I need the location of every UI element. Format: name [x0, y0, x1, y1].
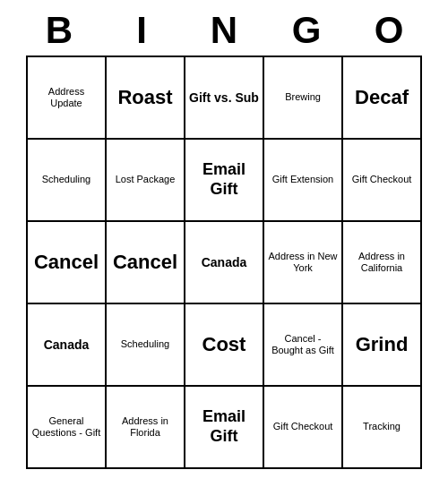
bingo-cell-6: Lost Package — [107, 140, 185, 222]
cell-text-9: Gift Checkout — [352, 174, 412, 185]
cell-text-3: Brewing — [285, 91, 321, 103]
cell-text-17: Cost — [202, 333, 246, 356]
cell-text-15: Canada — [44, 337, 90, 353]
bingo-cell-7: Email Gift — [185, 140, 264, 222]
cell-text-0: Address Update — [31, 86, 101, 109]
cell-text-12: Canada — [202, 255, 247, 270]
cell-text-1: Roast — [117, 86, 172, 109]
bingo-cell-1: Roast — [107, 57, 185, 140]
letter-n: N — [185, 9, 263, 52]
bingo-title: B I N G O — [18, 9, 430, 52]
bingo-cell-3: Brewing — [264, 57, 343, 140]
cell-text-4: Decaf — [355, 86, 409, 109]
cell-text-5: Scheduling — [42, 174, 90, 185]
cell-text-24: Tracking — [363, 421, 401, 432]
bingo-cell-0: Address Update — [28, 57, 107, 140]
bingo-cell-10: Cancel — [28, 222, 107, 304]
bingo-cell-12: Canada — [185, 222, 264, 304]
letter-b: B — [20, 9, 99, 52]
cell-text-19: Grind — [356, 333, 409, 356]
cell-text-8: Gift Extension — [272, 174, 333, 185]
bingo-cell-18: Cancel - Bought as Gift — [264, 304, 343, 387]
bingo-cell-23: Gift Checkout — [264, 387, 343, 469]
bingo-cell-13: Address in New York — [264, 222, 343, 304]
cell-text-20: General Questions - Gift — [31, 415, 101, 439]
bingo-cell-19: Grind — [343, 304, 422, 387]
bingo-cell-17: Cost — [185, 304, 264, 387]
bingo-cell-14: Address in California — [343, 222, 422, 304]
bingo-cell-24: Tracking — [343, 387, 422, 469]
cell-text-14: Address in California — [347, 251, 417, 274]
cell-text-16: Scheduling — [121, 338, 169, 350]
bingo-cell-8: Gift Extension — [264, 140, 343, 222]
bingo-cell-2: Gift vs. Sub — [185, 57, 264, 140]
bingo-cell-5: Scheduling — [28, 140, 107, 222]
cell-text-11: Cancel — [113, 251, 177, 274]
cell-text-23: Gift Checkout — [273, 421, 333, 432]
bingo-cell-4: Decaf — [343, 57, 422, 140]
letter-o: O — [349, 9, 428, 52]
cell-text-7: Email Gift — [189, 160, 259, 199]
bingo-cell-15: Canada — [28, 304, 107, 387]
bingo-cell-11: Cancel — [107, 222, 185, 304]
bingo-cell-21: Address in Florida — [107, 387, 185, 469]
bingo-cell-22: Email Gift — [185, 387, 264, 469]
bingo-cell-20: General Questions - Gift — [28, 387, 107, 469]
bingo-cell-16: Scheduling — [107, 304, 185, 387]
letter-i: I — [102, 9, 181, 52]
cell-text-10: Cancel — [34, 251, 99, 274]
cell-text-18: Cancel - Bought as Gift — [268, 333, 338, 356]
cell-text-6: Lost Package — [116, 174, 176, 185]
cell-text-21: Address in Florida — [110, 415, 180, 439]
cell-text-13: Address in New York — [268, 251, 338, 274]
cell-text-2: Gift vs. Sub — [189, 90, 259, 106]
bingo-cell-9: Gift Checkout — [343, 140, 422, 222]
bingo-grid: Address UpdateRoastGift vs. SubBrewingDe… — [26, 56, 422, 469]
letter-g: G — [267, 9, 346, 52]
cell-text-22: Email Gift — [189, 407, 259, 446]
